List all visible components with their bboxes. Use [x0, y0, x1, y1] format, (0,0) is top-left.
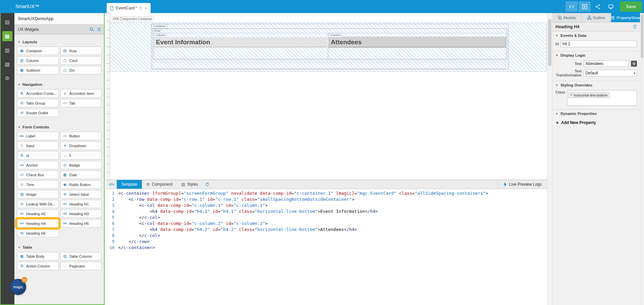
container-widget[interactable]: Container Row Column Event Information C… [151, 24, 508, 69]
app-name-bar[interactable]: SmartUXDemoApp [14, 13, 104, 24]
canvas-heading-attendees[interactable]: Attendees [329, 37, 505, 47]
rail-settings-button[interactable]: ⚙ [2, 73, 12, 83]
widget-item-action-column[interactable]: ≣Action Column [17, 262, 59, 270]
tab-propertysheet[interactable]: PropertyShee [611, 13, 640, 22]
tab-styles[interactable]: ▨ Styles [177, 180, 203, 189]
tab-component[interactable]: ⚙ Component [142, 180, 177, 189]
code-editor[interactable]: 1<c-container [formGroup]="screenFormGro… [106, 189, 547, 251]
code-line[interactable]: 3 <c-col data-comp-id="c-column.1" id="c… [106, 202, 547, 208]
scrollbar-thumb[interactable] [548, 19, 551, 66]
code-view-button[interactable] [566, 1, 578, 12]
close-layout-button[interactable] [579, 1, 591, 12]
widget-item-button[interactable]: ▭Button [60, 132, 102, 140]
refresh-icon[interactable] [97, 27, 101, 32]
widget-item-select-input[interactable]: ⊕Select Input [60, 190, 102, 198]
widget-item-card[interactable]: ▢Card [60, 56, 102, 65]
widget-item-paginator[interactable]: ⋯Paginator [60, 262, 102, 270]
canvas-scrollbar[interactable] [547, 13, 552, 305]
widget-item-radio-button[interactable]: ◉Radio Button [60, 180, 102, 189]
widget-item-anchor[interactable]: <a>Anchor [17, 161, 59, 169]
magic-logo[interactable]: magic 33 [10, 279, 26, 295]
widget-item-div[interactable]: ◫Div [60, 66, 102, 74]
tab-models[interactable]: Models [552, 13, 582, 22]
code-line[interactable]: 9 </c-row> [106, 239, 547, 245]
code-line[interactable]: 4 <h4 data-comp-id="h4.1" id="h4.1" clas… [106, 208, 547, 215]
text-transformation-select[interactable]: Default ▾ [584, 70, 637, 76]
rail-pages-button[interactable]: ▥ [2, 45, 12, 55]
code-line[interactable]: 10</c-container> [106, 245, 547, 251]
code-line[interactable]: 2 <c-row data-comp-id="c-row.1" id="c-ro… [106, 196, 547, 202]
widget-item-table-column[interactable]: ▥Table Column [60, 252, 102, 260]
add-new-property-button[interactable]: + Add New Property [552, 118, 640, 127]
search-icon[interactable] [90, 27, 94, 32]
rail-assets-button[interactable]: ▧ [2, 59, 12, 69]
widget-item-li[interactable]: –li [60, 151, 102, 160]
widget-item-lookup-with-de[interactable]: ⊘Lookup With De... [17, 200, 59, 208]
widget-item-table-body[interactable]: ▦Table Body [17, 252, 59, 260]
class-input[interactable]: × horizontal-line-bottom [567, 90, 637, 106]
widget-item-time[interactable]: ⊙Time [17, 180, 59, 189]
id-input[interactable] [561, 41, 637, 47]
widget-item-heading-h5[interactable]: H5Heading H5 [60, 219, 102, 228]
refresh-icon[interactable] [203, 180, 212, 189]
tab-template[interactable]: Template [117, 180, 142, 189]
widget-item-router-outlet[interactable]: ⇄Router Outlet [17, 109, 59, 117]
widget-item-row[interactable]: ▤Row [60, 47, 102, 55]
code-line[interactable]: 5 </c-col> [106, 215, 547, 221]
column-widget-2[interactable]: Column Attendees [328, 33, 506, 59]
widget-item-tabs-group[interactable]: ⊟Tabs Group [17, 99, 59, 107]
dynamic-properties-header[interactable]: ▼ Dynamic Properties [552, 110, 640, 118]
widget-item-dropdown[interactable]: ▾Dropdown [60, 141, 102, 150]
widget-item-check-box[interactable]: ☑Check Box [17, 171, 59, 179]
widget-item-badge[interactable]: ◎Badge [60, 161, 102, 169]
close-icon[interactable]: × [145, 6, 147, 11]
text-input[interactable] [584, 60, 629, 67]
code-line[interactable]: 7 <h4 data-comp-id="h4.2" id="h4.2" clas… [106, 227, 547, 233]
document-tab-eventcard[interactable]: EventCard * × [107, 3, 151, 13]
events-data-header[interactable]: ▼ Events & Data [552, 32, 640, 40]
widget-item-subform[interactable]: ▦Subform [17, 66, 59, 74]
widget-item-date[interactable]: ▦Date [60, 171, 102, 179]
widget-item-heading-h1[interactable]: H1Heading H1 [60, 200, 102, 208]
tab-outline[interactable]: Outline [582, 13, 611, 22]
widget-item-ul[interactable]: ≣ul [17, 151, 59, 160]
widget-item-label[interactable]: abcLabel [17, 132, 59, 140]
live-preview-logs-button[interactable]: Live Preview Logs [498, 180, 547, 189]
widget-item-heading-h2[interactable]: H2Heading H2 [17, 209, 59, 218]
code-line[interactable]: 1<c-container [formGroup]="screenFormGro… [106, 190, 547, 196]
widget-section-header[interactable]: ▼Form Controls [14, 123, 104, 131]
widget-item-heading-h4[interactable]: H4Heading H4 [17, 219, 59, 228]
share-button[interactable] [592, 1, 604, 12]
empty-drop-strip[interactable] [153, 62, 505, 69]
column-widget-1[interactable]: Column Event Information [154, 33, 328, 59]
widget-item-accordion-item[interactable]: ≡Accordion Item [60, 89, 102, 98]
row-widget[interactable]: Row Column Event Information Column Atte… [153, 28, 507, 60]
widget-item-image[interactable]: ▨Image [17, 190, 59, 198]
styling-overrides-header[interactable]: ▼ Styling Overrides [552, 81, 640, 89]
trash-icon[interactable] [633, 24, 637, 29]
widget-item-tab[interactable]: ▭Tab [60, 99, 102, 107]
properties-scrollbar[interactable] [640, 13, 644, 305]
scrollbar-thumb[interactable] [641, 14, 643, 58]
code-line[interactable]: 6 <c-col data-comp-id="c-column.2" id="c… [106, 221, 547, 227]
rail-widgets-button[interactable]: ▦ [2, 31, 12, 41]
remove-icon[interactable]: × [571, 93, 573, 97]
device-preview-button[interactable] [605, 1, 617, 12]
widget-item-accordion-conta[interactable]: ≣Accordion Conta... [17, 89, 59, 98]
expression-gear-icon[interactable]: ⚙ [631, 61, 637, 67]
display-logic-header[interactable]: ▼ Display Logic [552, 51, 640, 59]
widget-section-header[interactable]: ▼Navigation [14, 80, 104, 88]
widget-item-column[interactable]: ▥Column [17, 56, 59, 65]
save-button[interactable]: Save [620, 1, 642, 12]
design-canvas[interactable]: XPA Component Container Container Row Co… [110, 13, 547, 180]
widget-section-header[interactable]: ▼Table [14, 243, 104, 251]
code-line[interactable]: 8 </c-col> [106, 233, 547, 239]
widget-section-header[interactable]: ▼Layouts [14, 38, 104, 46]
class-chip[interactable]: × horizontal-line-bottom [569, 93, 610, 98]
refresh-icon[interactable] [139, 6, 143, 10]
canvas-heading-event-information[interactable]: Event Information [154, 37, 327, 47]
widget-item-heading-h3[interactable]: H3Heading H3 [60, 209, 102, 218]
rail-forms-button[interactable]: ▤ [2, 17, 12, 27]
component-drop-area[interactable]: Container Row Column Event Information C… [110, 22, 547, 72]
widget-item-container[interactable]: ▣Container [17, 47, 59, 55]
